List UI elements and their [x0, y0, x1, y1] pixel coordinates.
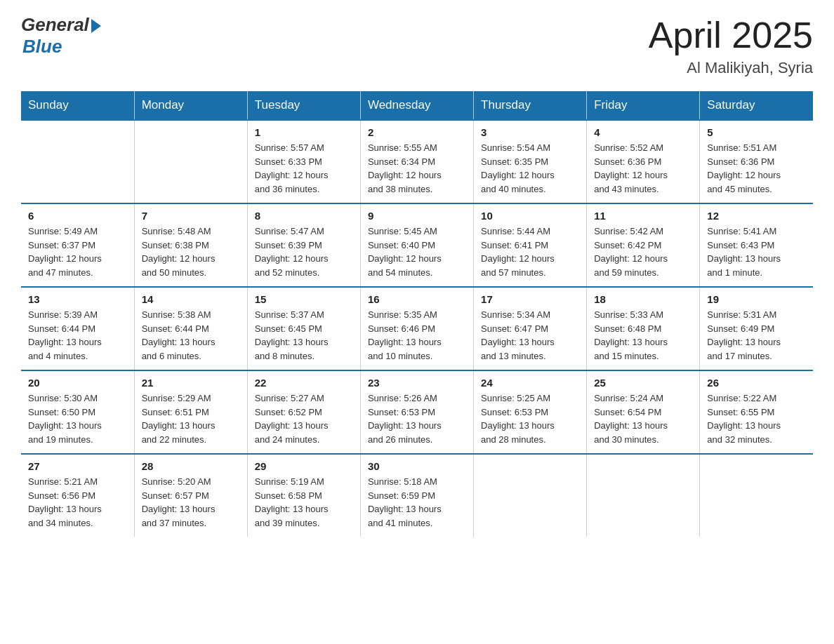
day-number: 18 [594, 293, 692, 305]
day-info: Sunrise: 5:18 AM Sunset: 6:59 PM Dayligh… [368, 475, 466, 530]
calendar-cell: 20Sunrise: 5:30 AM Sunset: 6:50 PM Dayli… [21, 370, 134, 454]
calendar-cell: 14Sunrise: 5:38 AM Sunset: 6:44 PM Dayli… [134, 287, 247, 370]
day-info: Sunrise: 5:42 AM Sunset: 6:42 PM Dayligh… [594, 224, 692, 279]
day-number: 26 [707, 377, 806, 389]
calendar-title: April 2025 [649, 14, 813, 56]
day-number: 4 [594, 126, 692, 138]
day-info: Sunrise: 5:20 AM Sunset: 6:57 PM Dayligh… [142, 475, 240, 530]
calendar-cell: 9Sunrise: 5:45 AM Sunset: 6:40 PM Daylig… [360, 203, 473, 287]
calendar-cell: 12Sunrise: 5:41 AM Sunset: 6:43 PM Dayli… [700, 203, 813, 287]
day-number: 1 [255, 126, 353, 138]
calendar-cell: 24Sunrise: 5:25 AM Sunset: 6:53 PM Dayli… [474, 370, 587, 454]
day-info: Sunrise: 5:47 AM Sunset: 6:39 PM Dayligh… [255, 224, 353, 279]
day-number: 22 [255, 377, 353, 389]
calendar-cell: 2Sunrise: 5:55 AM Sunset: 6:34 PM Daylig… [360, 120, 473, 203]
day-info: Sunrise: 5:54 AM Sunset: 6:35 PM Dayligh… [481, 141, 579, 196]
day-info: Sunrise: 5:30 AM Sunset: 6:50 PM Dayligh… [28, 391, 127, 446]
week-row-3: 13Sunrise: 5:39 AM Sunset: 6:44 PM Dayli… [21, 287, 813, 370]
calendar-cell: 27Sunrise: 5:21 AM Sunset: 6:56 PM Dayli… [21, 454, 134, 537]
day-number: 3 [481, 126, 579, 138]
day-number: 14 [142, 293, 240, 305]
calendar-cell: 10Sunrise: 5:44 AM Sunset: 6:41 PM Dayli… [474, 203, 587, 287]
day-info: Sunrise: 5:31 AM Sunset: 6:49 PM Dayligh… [707, 308, 806, 363]
day-info: Sunrise: 5:29 AM Sunset: 6:51 PM Dayligh… [142, 391, 240, 446]
day-info: Sunrise: 5:37 AM Sunset: 6:45 PM Dayligh… [255, 308, 353, 363]
title-area: April 2025 Al Malikiyah, Syria [649, 14, 813, 77]
day-number: 13 [28, 293, 127, 305]
day-number: 20 [28, 377, 127, 389]
weekday-header-monday: Monday [134, 91, 247, 120]
day-info: Sunrise: 5:19 AM Sunset: 6:58 PM Dayligh… [255, 475, 353, 530]
day-number: 16 [368, 293, 466, 305]
calendar-cell: 11Sunrise: 5:42 AM Sunset: 6:42 PM Dayli… [587, 203, 700, 287]
day-info: Sunrise: 5:48 AM Sunset: 6:38 PM Dayligh… [142, 224, 240, 279]
weekday-header-row: SundayMondayTuesdayWednesdayThursdayFrid… [21, 91, 813, 120]
calendar-cell: 1Sunrise: 5:57 AM Sunset: 6:33 PM Daylig… [247, 120, 360, 203]
day-number: 19 [707, 293, 806, 305]
logo-arrow-icon [91, 19, 101, 33]
weekday-header-friday: Friday [587, 91, 700, 120]
calendar-cell: 18Sunrise: 5:33 AM Sunset: 6:48 PM Dayli… [587, 287, 700, 370]
day-info: Sunrise: 5:34 AM Sunset: 6:47 PM Dayligh… [481, 308, 579, 363]
day-number: 15 [255, 293, 353, 305]
day-number: 8 [255, 210, 353, 222]
calendar-cell: 21Sunrise: 5:29 AM Sunset: 6:51 PM Dayli… [134, 370, 247, 454]
weekday-header-thursday: Thursday [474, 91, 587, 120]
calendar-cell: 22Sunrise: 5:27 AM Sunset: 6:52 PM Dayli… [247, 370, 360, 454]
day-info: Sunrise: 5:41 AM Sunset: 6:43 PM Dayligh… [707, 224, 806, 279]
day-info: Sunrise: 5:33 AM Sunset: 6:48 PM Dayligh… [594, 308, 692, 363]
calendar-cell: 26Sunrise: 5:22 AM Sunset: 6:55 PM Dayli… [700, 370, 813, 454]
calendar-location: Al Malikiyah, Syria [649, 59, 813, 77]
calendar-cell: 15Sunrise: 5:37 AM Sunset: 6:45 PM Dayli… [247, 287, 360, 370]
calendar-table: SundayMondayTuesdayWednesdayThursdayFrid… [21, 91, 813, 537]
day-number: 27 [28, 460, 127, 472]
day-info: Sunrise: 5:52 AM Sunset: 6:36 PM Dayligh… [594, 141, 692, 196]
calendar-cell: 16Sunrise: 5:35 AM Sunset: 6:46 PM Dayli… [360, 287, 473, 370]
day-number: 10 [481, 210, 579, 222]
calendar-cell: 8Sunrise: 5:47 AM Sunset: 6:39 PM Daylig… [247, 203, 360, 287]
weekday-header-saturday: Saturday [700, 91, 813, 120]
week-row-1: 1Sunrise: 5:57 AM Sunset: 6:33 PM Daylig… [21, 120, 813, 203]
calendar-cell [587, 454, 700, 537]
calendar-cell: 23Sunrise: 5:26 AM Sunset: 6:53 PM Dayli… [360, 370, 473, 454]
calendar-cell [700, 454, 813, 537]
calendar-cell [474, 454, 587, 537]
day-info: Sunrise: 5:27 AM Sunset: 6:52 PM Dayligh… [255, 391, 353, 446]
day-info: Sunrise: 5:22 AM Sunset: 6:55 PM Dayligh… [707, 391, 806, 446]
logo: General Blue [21, 14, 101, 58]
calendar-cell: 5Sunrise: 5:51 AM Sunset: 6:36 PM Daylig… [700, 120, 813, 203]
day-info: Sunrise: 5:49 AM Sunset: 6:37 PM Dayligh… [28, 224, 127, 279]
day-number: 6 [28, 210, 127, 222]
day-info: Sunrise: 5:45 AM Sunset: 6:40 PM Dayligh… [368, 224, 466, 279]
day-number: 25 [594, 377, 692, 389]
day-info: Sunrise: 5:38 AM Sunset: 6:44 PM Dayligh… [142, 308, 240, 363]
day-number: 12 [707, 210, 806, 222]
calendar-cell [134, 120, 247, 203]
weekday-header-wednesday: Wednesday [360, 91, 473, 120]
week-row-2: 6Sunrise: 5:49 AM Sunset: 6:37 PM Daylig… [21, 203, 813, 287]
calendar-cell: 28Sunrise: 5:20 AM Sunset: 6:57 PM Dayli… [134, 454, 247, 537]
day-number: 29 [255, 460, 353, 472]
day-number: 17 [481, 293, 579, 305]
calendar-cell: 7Sunrise: 5:48 AM Sunset: 6:38 PM Daylig… [134, 203, 247, 287]
day-info: Sunrise: 5:57 AM Sunset: 6:33 PM Dayligh… [255, 141, 353, 196]
weekday-header-sunday: Sunday [21, 91, 134, 120]
day-info: Sunrise: 5:25 AM Sunset: 6:53 PM Dayligh… [481, 391, 579, 446]
calendar-cell: 3Sunrise: 5:54 AM Sunset: 6:35 PM Daylig… [474, 120, 587, 203]
day-number: 23 [368, 377, 466, 389]
weekday-header-tuesday: Tuesday [247, 91, 360, 120]
calendar-cell: 30Sunrise: 5:18 AM Sunset: 6:59 PM Dayli… [360, 454, 473, 537]
day-number: 30 [368, 460, 466, 472]
day-info: Sunrise: 5:39 AM Sunset: 6:44 PM Dayligh… [28, 308, 127, 363]
calendar-cell: 13Sunrise: 5:39 AM Sunset: 6:44 PM Dayli… [21, 287, 134, 370]
day-number: 9 [368, 210, 466, 222]
logo-general-text: General [21, 14, 89, 36]
day-number: 24 [481, 377, 579, 389]
day-number: 21 [142, 377, 240, 389]
calendar-cell: 6Sunrise: 5:49 AM Sunset: 6:37 PM Daylig… [21, 203, 134, 287]
day-info: Sunrise: 5:44 AM Sunset: 6:41 PM Dayligh… [481, 224, 579, 279]
day-info: Sunrise: 5:55 AM Sunset: 6:34 PM Dayligh… [368, 141, 466, 196]
calendar-cell: 17Sunrise: 5:34 AM Sunset: 6:47 PM Dayli… [474, 287, 587, 370]
day-number: 5 [707, 126, 806, 138]
day-number: 11 [594, 210, 692, 222]
